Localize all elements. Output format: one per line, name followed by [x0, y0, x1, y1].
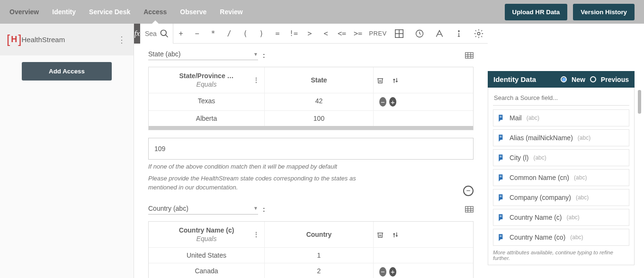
- op-rparen[interactable]: ): [254, 29, 269, 38]
- field-label: Country Name (c): [510, 214, 562, 221]
- add-access-button[interactable]: Add Access: [22, 62, 112, 81]
- op-lte[interactable]: <=: [334, 29, 349, 38]
- horizontal-scrollbar[interactable]: [149, 126, 473, 130]
- op-lt[interactable]: <: [318, 29, 333, 38]
- mapping-table-state: State/Province … Equals ⋮ State: [148, 67, 474, 130]
- sort-column-icon[interactable]: [392, 231, 399, 239]
- op-lparen[interactable]: (: [238, 29, 253, 38]
- tab-observe[interactable]: Observe: [180, 8, 206, 16]
- function-search[interactable]: [140, 24, 173, 44]
- main-tabs: Overview Identity Service Desk Access Ob…: [9, 8, 243, 16]
- app-logo: [ H ]: [7, 32, 21, 47]
- svg-marker-27: [499, 140, 501, 142]
- radio-previous-label[interactable]: Previous: [601, 76, 629, 83]
- column-menu-icon[interactable]: ⋮: [253, 76, 259, 84]
- op-gte[interactable]: >=: [350, 29, 366, 38]
- field-label: Country Name (co): [510, 233, 565, 241]
- sort-column-icon[interactable]: [392, 76, 399, 85]
- op-div[interactable]: /: [222, 29, 237, 38]
- field-type: (abc): [570, 234, 583, 241]
- field-type: (abc): [576, 194, 589, 201]
- svg-rect-32: [500, 156, 501, 156]
- app-name: HealthStream: [21, 36, 65, 44]
- tab-access[interactable]: Access: [143, 8, 167, 16]
- table-view-icon[interactable]: [465, 52, 474, 59]
- source-field-item[interactable]: Mail (abc): [493, 109, 629, 126]
- search-icon[interactable]: [160, 29, 169, 38]
- source-field-search-input[interactable]: [493, 91, 629, 106]
- field-icon: [497, 193, 505, 202]
- target-attribute-select-state[interactable]: State (abc) ▼: [148, 50, 258, 60]
- field-label: Mail: [510, 114, 522, 122]
- column-menu-icon[interactable]: ⋮: [253, 231, 259, 238]
- op-minus[interactable]: −: [189, 29, 205, 38]
- tab-overview[interactable]: Overview: [9, 8, 39, 16]
- version-history-button[interactable]: Version History: [573, 4, 635, 20]
- svg-rect-36: [500, 176, 501, 176]
- svg-rect-17: [465, 206, 474, 212]
- col-header-condition: State/Province … Equals ⋮: [149, 67, 265, 93]
- op-plus[interactable]: +: [173, 29, 188, 38]
- table-tool-icon[interactable]: [394, 28, 404, 39]
- default-value-input[interactable]: 109: [148, 138, 474, 160]
- settings-tool-icon[interactable]: [474, 28, 484, 39]
- identity-data-panel: Identity Data New Previous Mail (abc)Ali…: [488, 71, 635, 278]
- svg-rect-49: [500, 236, 501, 237]
- app-menu-kebab-icon[interactable]: ⋮: [117, 35, 126, 45]
- table-row[interactable]: Alberta 100: [149, 110, 473, 126]
- source-field-item[interactable]: Alias (mailNickName) (abc): [493, 129, 629, 146]
- tab-service-desk[interactable]: Service Desk: [89, 8, 130, 16]
- sidebar: [ H ] HealthStream ⋮ Add Access: [0, 24, 134, 278]
- source-field-item[interactable]: Common Name (cn) (abc): [493, 169, 629, 186]
- table-row[interactable]: Texas 42 − +: [149, 93, 473, 110]
- field-type: (abc): [533, 154, 546, 161]
- app-card[interactable]: [ H ] HealthStream ⋮: [0, 24, 134, 55]
- add-row-icon[interactable]: +: [389, 97, 396, 107]
- info-tool-icon[interactable]: [455, 29, 463, 38]
- svg-rect-28: [500, 136, 501, 136]
- mapping-block-state: State (abc) ▼ : State/Province …: [148, 50, 474, 192]
- source-field-item[interactable]: Company (company) (abc): [493, 189, 629, 206]
- svg-point-11: [477, 32, 480, 35]
- table-row[interactable]: Canada 2 − +: [149, 263, 473, 278]
- radio-new-label[interactable]: New: [572, 76, 585, 83]
- op-eq[interactable]: =: [270, 29, 285, 38]
- remove-row-icon[interactable]: −: [379, 267, 386, 277]
- text-tool-icon[interactable]: [435, 29, 444, 38]
- function-bar: fx + − * / ( ) = != > <: [134, 24, 488, 44]
- op-gt[interactable]: >: [302, 29, 317, 38]
- op-prev[interactable]: PREV: [367, 30, 389, 37]
- svg-rect-33: [500, 157, 501, 157]
- delete-column-icon[interactable]: [376, 76, 384, 85]
- chevron-down-icon: ▼: [253, 52, 258, 57]
- field-type: (abc): [566, 214, 579, 221]
- svg-marker-39: [499, 199, 501, 201]
- colon-separator: :: [263, 206, 265, 213]
- clock-tool-icon[interactable]: [415, 29, 424, 38]
- field-label: Common Name (cn): [510, 174, 569, 181]
- svg-marker-23: [499, 120, 501, 122]
- op-neq[interactable]: !=: [286, 29, 301, 38]
- table-row[interactable]: United States 1: [149, 247, 473, 263]
- tab-review[interactable]: Review: [220, 8, 242, 16]
- upload-hr-data-button[interactable]: Upload HR Data: [505, 4, 568, 20]
- remove-row-icon[interactable]: −: [379, 97, 386, 107]
- svg-rect-24: [500, 116, 501, 117]
- radio-previous[interactable]: [590, 76, 596, 82]
- target-attribute-select-country[interactable]: Country (abc) ▼: [148, 205, 258, 215]
- top-bar: Overview Identity Service Desk Access Ob…: [0, 0, 644, 24]
- table-view-icon[interactable]: [465, 206, 474, 213]
- delete-column-icon[interactable]: [376, 231, 384, 239]
- op-mult[interactable]: *: [206, 29, 221, 38]
- field-type: (abc): [574, 174, 587, 181]
- source-field-item[interactable]: Country Name (c) (abc): [493, 209, 629, 226]
- source-field-item[interactable]: Country Name (co) (abc): [493, 229, 629, 246]
- radio-new[interactable]: [561, 76, 567, 82]
- vertical-scrollbar[interactable]: [638, 90, 641, 114]
- add-row-icon[interactable]: +: [389, 267, 396, 277]
- field-icon: [497, 114, 505, 122]
- fx-badge: fx: [134, 24, 140, 44]
- source-field-item[interactable]: City (l) (abc): [493, 149, 629, 166]
- tab-identity[interactable]: Identity: [52, 8, 76, 16]
- remove-block-icon[interactable]: −: [463, 186, 474, 196]
